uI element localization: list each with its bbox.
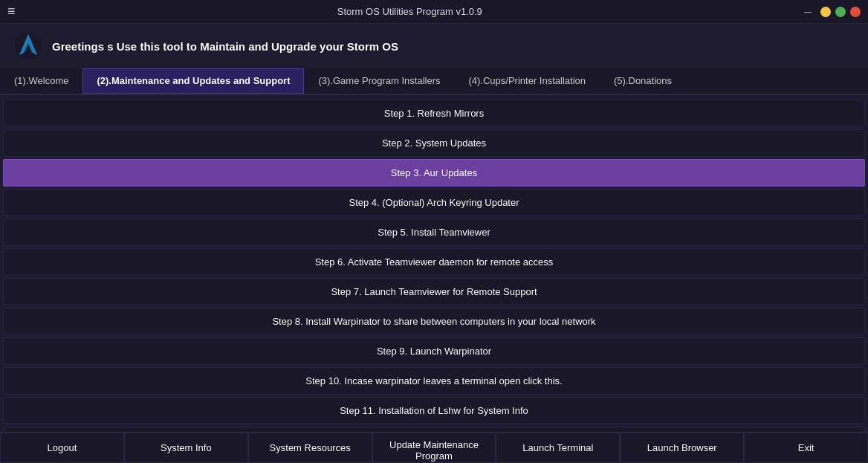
step3-button[interactable]: Step 3. Aur Updates (3, 159, 865, 187)
greeting-text: Greetings s Use this tool to Maintain an… (52, 40, 398, 53)
launch-browser-button[interactable]: Launch Browser (620, 433, 744, 463)
step8-button[interactable]: Step 8. Install Warpinator to share betw… (3, 308, 865, 335)
minimize-icon[interactable]: ─ (804, 6, 812, 18)
arch-logo (15, 33, 42, 59)
tab-bar: (1).Welcome (2).Maintenance and Updates … (0, 68, 868, 95)
logout-button[interactable]: Logout (0, 433, 124, 463)
title-bar: ≡ Storm OS Utilities Program v1.0.9 ─ (0, 0, 868, 24)
step4-button[interactable]: Step 4. (Optional) Arch Keyring Updater (3, 189, 865, 216)
step10-button[interactable]: Step 10. Incase warpinator leaves a term… (3, 367, 865, 395)
update-program-button[interactable]: Update Maintenance Program (372, 433, 496, 463)
window-title: Storm OS Utilities Program v1.0.9 (16, 6, 805, 17)
step6-button[interactable]: Step 6. Activate Teamviewer daemon for r… (3, 248, 865, 276)
bottom-bar: Logout System Info System Resources Upda… (0, 432, 868, 463)
launch-terminal-button[interactable]: Launch Terminal (496, 433, 620, 463)
tab-cups[interactable]: (4).Cups/Printer Installation (454, 68, 600, 94)
menu-icon[interactable]: ≡ (7, 4, 16, 19)
system-info-button[interactable]: System Info (124, 433, 248, 463)
window-btn-maximize[interactable] (835, 7, 846, 17)
window-btn-close[interactable] (850, 7, 861, 17)
main-content: Step 1. Refresh Mirrors Step 2. System U… (0, 95, 868, 432)
tab-donations[interactable]: (5).Donations (600, 68, 686, 94)
tab-maintenance[interactable]: (2).Maintenance and Updates and Support (82, 68, 304, 94)
step5-button[interactable]: Step 5. Install Teamviewer (3, 218, 865, 246)
window-btn-minimize[interactable] (820, 7, 831, 17)
step7-button[interactable]: Step 7. Launch Teamviewer for Remote Sup… (3, 278, 865, 305)
step9-button[interactable]: Step 9. Launch Warpinator (3, 337, 865, 365)
tab-welcome[interactable]: (1).Welcome (0, 68, 82, 94)
step11-button[interactable]: Step 11. Installation of Lshw for System… (3, 397, 865, 424)
greeting-bar: Greetings s Use this tool to Maintain an… (0, 24, 868, 68)
step2-button[interactable]: Step 2. System Updates (3, 129, 865, 157)
window-controls: ─ (804, 6, 861, 18)
step1-button[interactable]: Step 1. Refresh Mirrors (3, 100, 865, 127)
exit-button[interactable]: Exit (744, 433, 868, 463)
system-resources-button[interactable]: System Resources (248, 433, 372, 463)
tab-game[interactable]: (3).Game Program Installers (304, 68, 454, 94)
reserved-label: Reserved (3, 427, 865, 432)
